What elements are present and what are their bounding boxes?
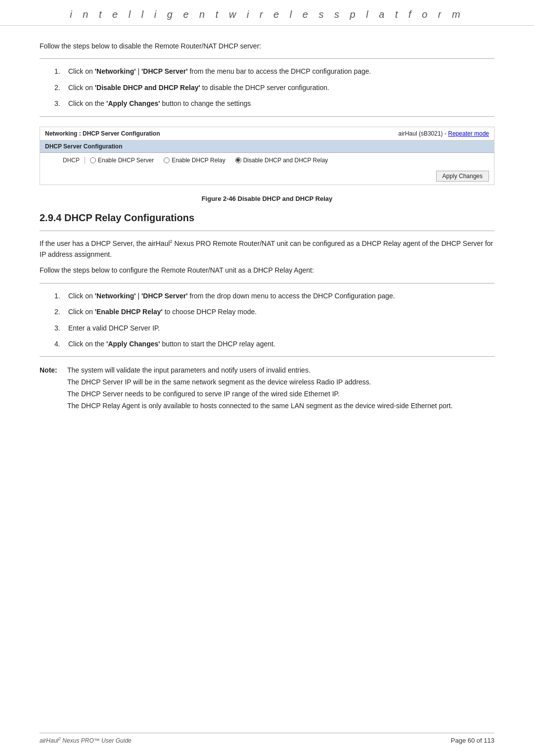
page-footer: airHaul2 Nexus PRO™ User Guide Page 60 o… [40, 733, 494, 744]
mockup-header-left: Networking : DHCP Server Configuration [45, 130, 160, 137]
list-num: 2. [54, 306, 63, 317]
steps-disable-list: 1. Click on 'Networking' | 'DHCP Server'… [54, 66, 494, 109]
page-wrapper: i n t e l l i g e n t w i r e l e s s p … [0, 0, 534, 756]
mockup-row-label: DHCP [45, 157, 85, 164]
list-num: 3. [54, 323, 63, 333]
list-item: 1. Click on 'Networking' | 'DHCP Server'… [54, 290, 494, 301]
radio-disable-dhcp[interactable]: Disable DHCP and DHCP Relay [235, 157, 328, 164]
radio-circle-enable-server [90, 157, 96, 163]
radio-enable-dhcp-relay[interactable]: Enable DHCP Relay [164, 157, 225, 164]
separator-1 [40, 58, 494, 59]
radio-circle-disable [235, 157, 241, 163]
note-label: Note: [40, 365, 63, 412]
list-item: 4. Click on the 'Apply Changes' button t… [54, 338, 494, 349]
list-item: 2. Click on 'Disable DHCP and DHCP Relay… [54, 82, 494, 93]
list-num: 4. [54, 338, 63, 349]
list-item: 1. Click on 'Networking' | 'DHCP Server'… [54, 66, 494, 77]
mockup-section-header: DHCP Server Configuration [40, 141, 494, 153]
list-text: Click on 'Networking' | 'DHCP Server' fr… [68, 290, 494, 301]
separator-3 [40, 231, 494, 231]
apply-changes-button[interactable]: Apply Changes [436, 171, 489, 182]
mockup-device-text: airHaul (sB3021) - [399, 130, 448, 137]
section-number: 2.9.4 [40, 212, 61, 223]
list-text: Click on 'Disable DHCP and DHCP Relay' t… [68, 82, 494, 93]
mockup-options: Enable DHCP Server Enable DHCP Relay Dis… [85, 157, 328, 164]
list-item: 3. Enter a valid DHCP Server IP. [54, 323, 494, 333]
footer-right: Page 60 of 113 [451, 737, 494, 744]
list-num: 1. [54, 290, 63, 301]
list-text: Click on 'Enable DHCP Relay' to choose D… [68, 306, 494, 317]
page-header: i n t e l l i g e n t w i r e l e s s p … [0, 0, 534, 26]
radio-label-disable: Disable DHCP and DHCP Relay [243, 157, 328, 164]
note-text: The system will validate the input param… [67, 365, 494, 412]
mockup-dhcp-row: DHCP Enable DHCP Server Enable DHCP Rela… [40, 153, 494, 168]
section-heading: 2.9.4 DHCP Relay Configurations [40, 212, 494, 224]
steps-relay-list: 1. Click on 'Networking' | 'DHCP Server'… [54, 290, 494, 350]
list-text: Enter a valid DHCP Server IP. [68, 323, 494, 333]
list-num: 1. [54, 66, 63, 77]
mockup-footer: Apply Changes [40, 168, 494, 185]
list-item: 3. Click on the 'Apply Changes' button t… [54, 98, 494, 109]
list-item: 2. Click on 'Enable DHCP Relay' to choos… [54, 306, 494, 317]
section-intro1: If the user has a DHCP Server, the airHa… [40, 238, 494, 260]
list-text: Click on the 'Apply Changes' button to s… [68, 338, 494, 349]
separator-4 [40, 283, 494, 284]
list-text: Click on the 'Apply Changes' button to c… [68, 98, 494, 109]
separator-5 [40, 356, 494, 357]
list-num: 3. [54, 98, 63, 109]
section-intro2: Follow the steps below to configure the … [40, 265, 494, 276]
note-block: Note: The system will validate the input… [40, 365, 494, 412]
main-content: Follow the steps below to disable the Re… [0, 26, 534, 451]
radio-label-enable-server: Enable DHCP Server [98, 157, 154, 164]
list-text: Click on 'Networking' | 'DHCP Server' fr… [68, 66, 494, 77]
mockup-header-right: airHaul (sB3021) - Repeater mode [399, 130, 489, 137]
intro-text: Follow the steps below to disable the Re… [40, 41, 494, 51]
ui-mockup: Networking : DHCP Server Configuration a… [40, 127, 494, 185]
figure-caption: Figure 2-46 Disable DHCP and DHCP Relay [40, 195, 494, 202]
radio-enable-dhcp-server[interactable]: Enable DHCP Server [90, 157, 154, 164]
header-title: i n t e l l i g e n t w i r e l e s s p … [70, 9, 464, 20]
list-num: 2. [54, 82, 63, 93]
radio-circle-enable-relay [164, 157, 170, 163]
repeater-mode-link[interactable]: Repeater mode [448, 130, 489, 137]
section-title: DHCP Relay Configurations [64, 212, 194, 223]
mockup-header: Networking : DHCP Server Configuration a… [40, 127, 494, 141]
footer-left: airHaul2 Nexus PRO™ User Guide [40, 736, 132, 744]
separator-2 [40, 116, 494, 117]
radio-label-enable-relay: Enable DHCP Relay [172, 157, 225, 164]
